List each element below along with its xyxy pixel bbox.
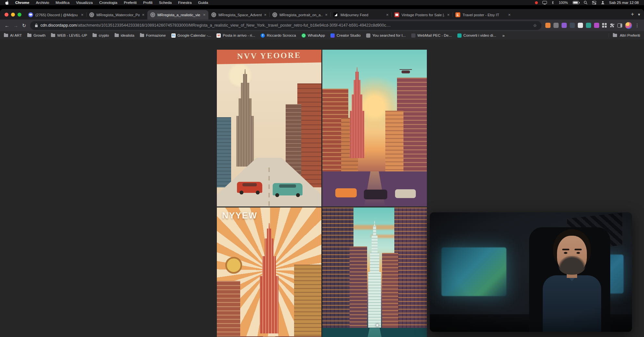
menu-profili[interactable]: Profili <box>143 1 153 5</box>
back-button[interactable]: ← <box>5 23 9 28</box>
tab-midjourney-feed[interactable]: Midjourney Feed × <box>330 10 391 19</box>
search-icon[interactable] <box>584 1 588 5</box>
poster1-teal-car <box>273 183 303 195</box>
poster4-building <box>394 207 427 337</box>
tab-discord[interactable]: (2765) Discord | @Midjou × <box>25 10 86 19</box>
bookmark-formazione[interactable]: Formazione <box>140 33 166 37</box>
tab-etsy[interactable]: E Travel poster - Etsy IT × <box>452 10 514 19</box>
window-close-button[interactable] <box>5 13 8 17</box>
menu-cronologia[interactable]: Cronologia <box>99 1 118 5</box>
tab-close-icon[interactable]: × <box>142 13 144 17</box>
bluetooth-icon[interactable] <box>551 1 554 5</box>
bookmark-webmail-pec[interactable]: WebMail PEC - De... <box>411 33 452 38</box>
tab-search-chevron-icon[interactable]: ▾ <box>638 12 640 17</box>
bookmark-ai-art[interactable]: AI ART <box>4 33 22 37</box>
bookmark-web-level-up[interactable]: WEB - LEVEL-UP <box>51 33 87 37</box>
poster2-car <box>364 190 387 199</box>
tab-close-icon[interactable]: × <box>264 13 266 17</box>
new-tab-button[interactable]: + <box>628 10 637 19</box>
bookmark-google-calendar[interactable]: 31Google Calendar -... <box>171 33 211 38</box>
control-center-icon[interactable] <box>592 1 596 5</box>
etsy-favicon: E <box>455 12 460 17</box>
extension-icon[interactable] <box>570 23 575 28</box>
extension-icon[interactable] <box>586 23 591 28</box>
display-icon[interactable] <box>542 1 547 5</box>
profile-avatar[interactable] <box>625 22 632 29</box>
extensions-puzzle-icon[interactable] <box>610 23 614 28</box>
apple-logo-icon[interactable] <box>5 1 9 5</box>
menu-visualizza[interactable]: Visualizza <box>76 1 93 5</box>
other-bookmarks-label: Altri Preferiti <box>620 33 640 37</box>
window-zoom-button[interactable] <box>18 13 21 17</box>
bookmark-crypto[interactable]: crypto <box>93 33 109 37</box>
bookmark-star-icon[interactable]: ☆ <box>533 23 537 28</box>
menubar-clock[interactable]: Sab 25 mar 12:08 <box>609 1 639 5</box>
midjourney-sail-favicon <box>333 12 338 17</box>
gmail-icon: M <box>217 33 221 38</box>
extension-icon[interactable] <box>553 23 559 28</box>
bookmark-facebook-profile[interactable]: fRiccardo Scrocca <box>261 33 296 38</box>
extensions-row: ⋮ <box>545 22 639 29</box>
menu-preferiti[interactable]: Preferiti <box>124 1 137 5</box>
menu-scheda[interactable]: Scheda <box>159 1 172 5</box>
globe-favicon <box>272 12 277 17</box>
chrome-menu-kebab-icon[interactable]: ⋮ <box>635 23 639 28</box>
tab-close-icon[interactable]: × <box>203 13 205 17</box>
window-minimize-button[interactable] <box>11 13 15 17</box>
discord-favicon <box>28 12 33 17</box>
bookmark-growth[interactable]: Growth <box>27 33 45 37</box>
lock-icon[interactable] <box>35 23 38 27</box>
bookmark-video-converter[interactable]: Converti i video di... <box>457 33 496 38</box>
midjourney-image-grid[interactable]: NVV YEOORE <box>217 49 427 337</box>
tab-strip: (2765) Discord | @Midjou × MRregista_Wat… <box>0 9 644 19</box>
other-bookmarks[interactable]: Altri Preferiti <box>609 33 640 37</box>
menu-guida[interactable]: Guida <box>198 1 208 5</box>
tab-watercolor[interactable]: MRregista_Watercolor_Pa... × <box>86 10 147 19</box>
tab-title: MRregista_portrait_on_a... <box>279 13 323 17</box>
tab-vintage-posters[interactable]: Vintage Posters for Sale |... × <box>391 10 452 19</box>
forward-button[interactable]: → <box>13 23 18 28</box>
tab-close-icon[interactable]: × <box>325 13 328 17</box>
poster-new-york-sunset-2[interactable] <box>322 50 427 206</box>
menu-finestra[interactable]: Finestra <box>178 1 192 5</box>
reload-button[interactable]: ↻ <box>22 23 26 28</box>
tab-groups-grid-icon[interactable] <box>602 23 607 28</box>
menubar-menus: Chrome Archivio Modifica Visualizza Cron… <box>5 1 208 5</box>
battery-icon[interactable] <box>573 1 579 4</box>
bookmark-whatsapp[interactable]: WhatsApp <box>302 33 325 38</box>
poster-new-york-sunburst-3[interactable]: NYYEW <box>217 207 321 337</box>
poster-new-york-retro-1[interactable]: NVV YEOORE <box>217 50 321 206</box>
tab-realistic-view-active[interactable]: MRregista_a_realistic_vie... × <box>147 10 208 19</box>
bookmark-gmail-inbox[interactable]: MPosta in arrivo - ri... <box>217 33 255 38</box>
tab-space-adventure[interactable]: MRregista_Space_Advent... × <box>208 10 269 19</box>
side-panel-icon[interactable] <box>617 23 622 28</box>
tab-close-icon[interactable]: × <box>81 13 83 17</box>
extension-icon[interactable] <box>594 23 599 28</box>
menu-chrome[interactable]: Chrome <box>15 1 29 5</box>
bookmark-label: Formazione <box>146 33 166 37</box>
tab-portrait[interactable]: MRregista_portrait_on_a... × <box>269 10 330 19</box>
user-switcher-icon[interactable] <box>601 1 605 5</box>
webmail-icon <box>411 33 415 38</box>
tab-close-icon[interactable]: × <box>508 13 511 17</box>
recording-indicator-icon[interactable] <box>535 1 538 4</box>
bookmark-creator-studio[interactable]: Creator Studio <box>330 33 361 38</box>
bookmark-you-searched[interactable]: You searched for I... <box>366 33 406 38</box>
menu-archivio[interactable]: Archivio <box>36 1 49 5</box>
menu-modifica[interactable]: Modifica <box>56 1 69 5</box>
facebook-icon: f <box>261 33 265 38</box>
poster4-building <box>322 207 353 337</box>
poster1-building <box>217 117 231 187</box>
extension-icon[interactable] <box>578 23 583 28</box>
tab-close-icon[interactable]: × <box>447 13 450 17</box>
omnibox[interactable]: cdn.discordapp.com/attachments/101351233… <box>30 21 541 30</box>
extension-icon[interactable] <box>562 23 567 28</box>
poster-new-york-taxis-4[interactable] <box>322 207 427 337</box>
tab-close-icon[interactable]: × <box>386 13 389 17</box>
tab-title: (2765) Discord | @Midjou <box>35 13 79 17</box>
bookmarks-overflow-chevron[interactable]: » <box>502 33 505 38</box>
video-converter-icon <box>457 33 462 38</box>
extension-icon[interactable] <box>545 23 551 28</box>
bookmark-idealista[interactable]: idealista <box>115 33 134 37</box>
address-bar: ← → ↻ cdn.discordapp.com/attachments/101… <box>0 19 644 31</box>
